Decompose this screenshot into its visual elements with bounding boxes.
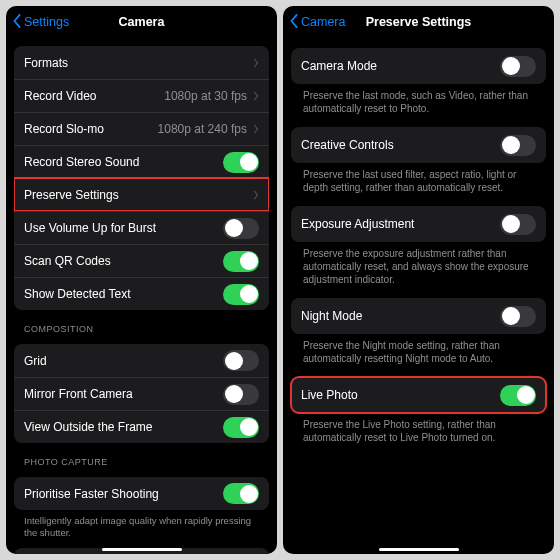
row-label: Record Stereo Sound xyxy=(24,155,223,169)
toggle[interactable] xyxy=(223,218,259,239)
row-grid[interactable]: Grid xyxy=(14,344,269,377)
group-exposure: Exposure Adjustment xyxy=(291,206,546,242)
group-creative: Creative Controls xyxy=(291,127,546,163)
chevron-right-icon xyxy=(253,91,259,101)
row-volume-burst[interactable]: Use Volume Up for Burst xyxy=(14,211,269,244)
row-label: Formats xyxy=(24,56,253,70)
phone-right: Camera Preserve Settings Camera Mode Pre… xyxy=(283,6,554,554)
row-live-photo[interactable]: Live Photo xyxy=(291,377,546,413)
phone-left: Settings Camera Formats Record Video 108… xyxy=(6,6,277,554)
row-record-slomo[interactable]: Record Slo-mo 1080p at 240 fps xyxy=(14,112,269,145)
row-label: Mirror Front Camera xyxy=(24,387,223,401)
description: Preserve the Night mode setting, rather … xyxy=(291,334,546,367)
toggle[interactable] xyxy=(223,483,259,504)
back-button[interactable]: Camera xyxy=(289,14,345,31)
home-indicator xyxy=(102,548,182,551)
row-formats[interactable]: Formats xyxy=(14,46,269,79)
description: Preserve the Live Photo setting, rather … xyxy=(291,413,546,446)
toggle[interactable] xyxy=(500,135,536,156)
back-button[interactable]: Settings xyxy=(12,14,69,31)
toggle[interactable] xyxy=(223,284,259,305)
home-indicator xyxy=(379,548,459,551)
navbar: Camera Preserve Settings xyxy=(283,6,554,38)
row-detail: 1080p at 30 fps xyxy=(164,89,247,103)
content: Formats Record Video 1080p at 30 fps Rec… xyxy=(6,38,277,554)
description: Preserve the last mode, such as Video, r… xyxy=(291,84,546,117)
row-label: Exposure Adjustment xyxy=(301,217,500,231)
row-label: Camera Mode xyxy=(301,59,500,73)
row-creative-controls[interactable]: Creative Controls xyxy=(291,127,546,163)
back-label: Settings xyxy=(24,15,69,29)
chevron-left-icon xyxy=(289,14,299,31)
toggle[interactable] xyxy=(223,251,259,272)
toggle[interactable] xyxy=(223,384,259,405)
back-label: Camera xyxy=(301,15,345,29)
row-scan-qr[interactable]: Scan QR Codes xyxy=(14,244,269,277)
chevron-right-icon xyxy=(253,124,259,134)
row-label: Preserve Settings xyxy=(24,188,253,202)
group-photo: Prioritise Faster Shooting xyxy=(14,477,269,510)
toggle[interactable] xyxy=(500,385,536,406)
group-main: Formats Record Video 1080p at 30 fps Rec… xyxy=(14,46,269,310)
chevron-right-icon xyxy=(253,58,259,68)
row-label: View Outside the Frame xyxy=(24,420,223,434)
toggle[interactable] xyxy=(223,417,259,438)
row-label: Live Photo xyxy=(301,388,500,402)
section-header-photo: PHOTO CAPTURE xyxy=(24,457,265,467)
row-label: Creative Controls xyxy=(301,138,500,152)
row-label: Show Detected Text xyxy=(24,287,223,301)
row-label: Night Mode xyxy=(301,309,500,323)
row-night-mode[interactable]: Night Mode xyxy=(291,298,546,334)
toggle[interactable] xyxy=(223,152,259,173)
row-label: Record Video xyxy=(24,89,164,103)
row-label: Scan QR Codes xyxy=(24,254,223,268)
row-exposure-adjustment[interactable]: Exposure Adjustment xyxy=(291,206,546,242)
group-composition: Grid Mirror Front Camera View Outside th… xyxy=(14,344,269,443)
row-mirror-front[interactable]: Mirror Front Camera xyxy=(14,377,269,410)
description: Preserve the last used filter, aspect ra… xyxy=(291,163,546,196)
group-night: Night Mode xyxy=(291,298,546,334)
section-header-composition: COMPOSITION xyxy=(24,324,265,334)
toggle[interactable] xyxy=(500,214,536,235)
toggle[interactable] xyxy=(500,306,536,327)
footer-text: Intelligently adapt image quality when r… xyxy=(14,510,269,540)
row-detail: 1080p at 240 fps xyxy=(158,122,247,136)
row-label: Prioritise Faster Shooting xyxy=(24,487,223,501)
group-camera-mode: Camera Mode xyxy=(291,48,546,84)
toggle[interactable] xyxy=(500,56,536,77)
row-label: Use Volume Up for Burst xyxy=(24,221,223,235)
row-stereo-sound[interactable]: Record Stereo Sound xyxy=(14,145,269,178)
chevron-right-icon xyxy=(253,190,259,200)
row-prioritise-shooting[interactable]: Prioritise Faster Shooting xyxy=(14,477,269,510)
row-view-outside[interactable]: View Outside the Frame xyxy=(14,410,269,443)
description: Preserve the exposure adjustment rather … xyxy=(291,242,546,288)
content: Camera Mode Preserve the last mode, such… xyxy=(283,38,554,554)
group-live-photo: Live Photo xyxy=(291,377,546,413)
toggle[interactable] xyxy=(223,350,259,371)
navbar: Settings Camera xyxy=(6,6,277,38)
row-label: Grid xyxy=(24,354,223,368)
row-preserve-settings[interactable]: Preserve Settings xyxy=(14,178,269,211)
row-detected-text[interactable]: Show Detected Text xyxy=(14,277,269,310)
chevron-left-icon xyxy=(12,14,22,31)
row-label: Record Slo-mo xyxy=(24,122,158,136)
row-record-video[interactable]: Record Video 1080p at 30 fps xyxy=(14,79,269,112)
row-camera-mode[interactable]: Camera Mode xyxy=(291,48,546,84)
